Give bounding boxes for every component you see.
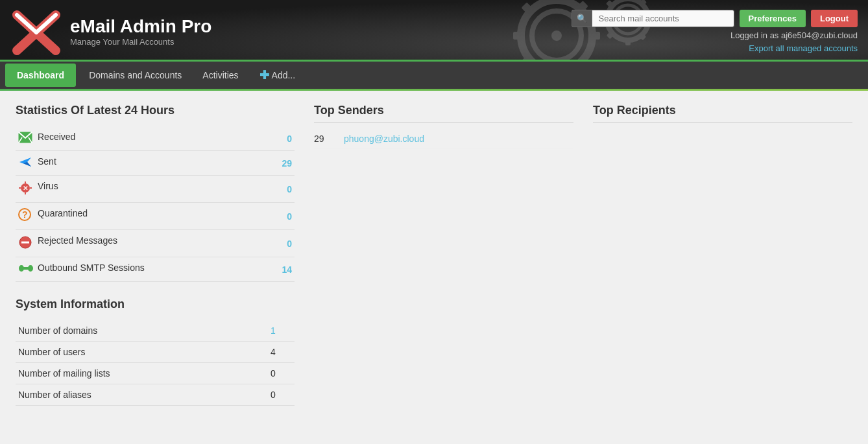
table-row: Rejected Messages 0 bbox=[16, 230, 295, 257]
header-right: 🔍 Preferences Logout Logged in as aj6e50… bbox=[572, 10, 858, 53]
sysinfo-title: System Information bbox=[16, 298, 295, 311]
nav-dashboard[interactable]: Dashboard bbox=[5, 64, 76, 87]
smtp-icon bbox=[18, 263, 31, 276]
received-icon bbox=[18, 132, 31, 145]
table-row: Received 0 bbox=[16, 126, 295, 151]
sysinfo-label: Number of domains bbox=[16, 320, 268, 342]
preferences-button[interactable]: Preferences bbox=[740, 10, 806, 27]
stat-label: Rejected Messages bbox=[35, 230, 263, 251]
top-recipients-divider bbox=[593, 123, 852, 123]
table-row: Sent 29 bbox=[16, 151, 295, 176]
app-title: eMail Admin Pro bbox=[70, 16, 211, 37]
search-icon: 🔍 bbox=[572, 10, 592, 27]
stats-title: Statistics Of Latest 24 Hours bbox=[16, 104, 295, 117]
stat-value: 0 bbox=[263, 230, 295, 257]
sysinfo-val: 0 bbox=[268, 363, 295, 384]
add-plus-icon: ✚ bbox=[259, 68, 269, 82]
nav-add[interactable]: ✚ Add... bbox=[249, 62, 306, 89]
search-wrap: 🔍 bbox=[572, 10, 734, 27]
logo-icon bbox=[10, 5, 62, 57]
stat-label: Sent bbox=[35, 151, 263, 172]
table-row: Number of domains 1 bbox=[16, 320, 295, 342]
main-content: Statistics Of Latest 24 Hours Received 0… bbox=[0, 91, 868, 419]
navbar: Dashboard Domains and Accounts Activitie… bbox=[0, 60, 868, 89]
top-recipients-title: Top Recipients bbox=[593, 104, 852, 117]
top-senders-section: Top Senders 29 phuong@zubi.cloud bbox=[314, 104, 573, 406]
stats-table: Received 0 Sent 29 ✕ Virus 0 ? Quarantin… bbox=[16, 126, 295, 282]
stat-label: Received bbox=[35, 126, 263, 147]
export-area: Export all managed accounts bbox=[749, 43, 858, 53]
virus-icon: ✕ bbox=[18, 181, 31, 197]
app-subtitle: Manage Your Mail Accounts bbox=[70, 37, 211, 47]
sysinfo-val: 4 bbox=[268, 342, 295, 363]
top-senders-divider bbox=[314, 123, 573, 123]
sender-email[interactable]: phuong@zubi.cloud bbox=[344, 134, 424, 144]
nav-domains[interactable]: Domains and Accounts bbox=[78, 64, 192, 87]
stat-value: 29 bbox=[263, 151, 295, 176]
header-top: eMail Admin Pro Manage Your Mail Account… bbox=[0, 0, 868, 60]
logged-in-text: Logged in as aj6e504@zubi.cloud bbox=[730, 30, 858, 40]
sysinfo-table: Number of domains 1 Number of users 4 Nu… bbox=[16, 320, 295, 406]
quarantined-icon: ? bbox=[18, 208, 31, 224]
nav-activities[interactable]: Activities bbox=[192, 64, 248, 87]
table-row: Number of mailing lists 0 bbox=[16, 363, 295, 384]
app-branding: eMail Admin Pro Manage Your Mail Account… bbox=[70, 16, 211, 47]
logout-button[interactable]: Logout bbox=[811, 10, 858, 27]
table-row: Number of users 4 bbox=[16, 342, 295, 363]
rejected-icon bbox=[18, 235, 31, 251]
stat-value: 0 bbox=[263, 126, 295, 151]
table-row: ? Quarantined 0 bbox=[16, 203, 295, 230]
header: eMail Admin Pro Manage Your Mail Account… bbox=[0, 0, 868, 89]
list-item: 29 phuong@zubi.cloud bbox=[314, 130, 573, 148]
sender-count: 29 bbox=[314, 134, 333, 144]
table-row: Number of aliases 0 bbox=[16, 384, 295, 406]
table-row: ✕ Virus 0 bbox=[16, 176, 295, 203]
senders-list: 29 phuong@zubi.cloud bbox=[314, 130, 573, 148]
header-actions: 🔍 Preferences Logout bbox=[572, 10, 858, 27]
stat-label: Outbound SMTP Sessions bbox=[35, 257, 263, 278]
search-input[interactable] bbox=[592, 10, 734, 27]
top-senders-title: Top Senders bbox=[314, 104, 573, 117]
svg-rect-43 bbox=[21, 267, 30, 270]
stat-label: Virus bbox=[35, 176, 263, 196]
sent-icon bbox=[18, 156, 31, 170]
export-link[interactable]: Export all managed accounts bbox=[749, 43, 858, 53]
sysinfo-section: System Information Number of domains 1 N… bbox=[16, 298, 295, 406]
stat-value: 14 bbox=[263, 257, 295, 282]
top-recipients-section: Top Recipients bbox=[593, 104, 852, 406]
sysinfo-label: Number of users bbox=[16, 342, 268, 363]
sysinfo-val: 0 bbox=[268, 384, 295, 406]
stat-value: 0 bbox=[263, 203, 295, 230]
logged-in-info: Logged in as aj6e504@zubi.cloud bbox=[730, 30, 858, 40]
table-row: Outbound SMTP Sessions 14 bbox=[16, 257, 295, 282]
svg-text:✕: ✕ bbox=[23, 185, 28, 192]
left-column: Statistics Of Latest 24 Hours Received 0… bbox=[16, 104, 295, 406]
stat-label: Quarantined bbox=[35, 203, 263, 224]
sysinfo-label: Number of aliases bbox=[16, 384, 268, 406]
svg-text:?: ? bbox=[22, 209, 28, 220]
logo-area: eMail Admin Pro Manage Your Mail Account… bbox=[10, 5, 211, 57]
sysinfo-val: 1 bbox=[268, 320, 295, 342]
sysinfo-label: Number of mailing lists bbox=[16, 363, 268, 384]
stat-value: 0 bbox=[263, 176, 295, 203]
